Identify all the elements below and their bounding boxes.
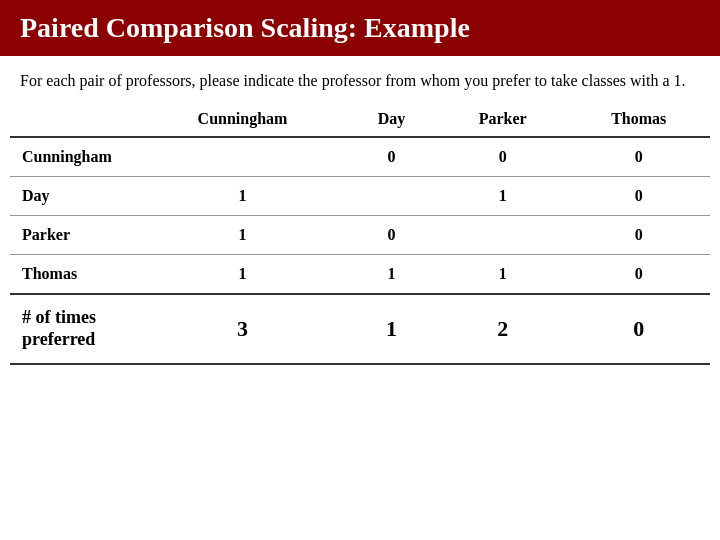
cell-parker-cunningham: 1 [140, 216, 345, 255]
header-parker: Parker [438, 102, 568, 137]
cell-day-thomas: 0 [567, 177, 710, 216]
cell-cunningham-cunningham [140, 137, 345, 177]
page-title: Paired Comparison Scaling: Example [20, 12, 470, 43]
row-label-parker: Parker [10, 216, 140, 255]
cell-thomas-thomas: 0 [567, 255, 710, 295]
total-day: 1 [345, 294, 438, 363]
cell-thomas-day: 1 [345, 255, 438, 295]
cell-day-day [345, 177, 438, 216]
total-cunningham: 3 [140, 294, 345, 363]
cell-cunningham-thomas: 0 [567, 137, 710, 177]
cell-day-parker: 1 [438, 177, 568, 216]
total-parker: 2 [438, 294, 568, 363]
total-row: # of timespreferred 3 1 2 0 [10, 294, 710, 363]
cell-parker-day: 0 [345, 216, 438, 255]
table-row: Thomas 1 1 1 0 [10, 255, 710, 295]
comparison-table: Cunningham Day Parker Thomas Cunningham … [10, 102, 710, 364]
cell-cunningham-parker: 0 [438, 137, 568, 177]
row-label-cunningham: Cunningham [10, 137, 140, 177]
header-empty [10, 102, 140, 137]
table-row: Day 1 1 0 [10, 177, 710, 216]
header: Paired Comparison Scaling: Example [0, 0, 720, 56]
cell-thomas-cunningham: 1 [140, 255, 345, 295]
subtitle-text: For each pair of professors, please indi… [0, 56, 720, 102]
table-row: Cunningham 0 0 0 [10, 137, 710, 177]
header-cunningham: Cunningham [140, 102, 345, 137]
cell-parker-thomas: 0 [567, 216, 710, 255]
cell-day-cunningham: 1 [140, 177, 345, 216]
total-thomas: 0 [567, 294, 710, 363]
row-label-day: Day [10, 177, 140, 216]
cell-parker-parker [438, 216, 568, 255]
table-header-row: Cunningham Day Parker Thomas [10, 102, 710, 137]
table-row: Parker 1 0 0 [10, 216, 710, 255]
comparison-table-container: Cunningham Day Parker Thomas Cunningham … [0, 102, 720, 364]
row-label-thomas: Thomas [10, 255, 140, 295]
cell-cunningham-day: 0 [345, 137, 438, 177]
header-thomas: Thomas [567, 102, 710, 137]
total-label: # of timespreferred [10, 294, 140, 363]
cell-thomas-parker: 1 [438, 255, 568, 295]
header-day: Day [345, 102, 438, 137]
